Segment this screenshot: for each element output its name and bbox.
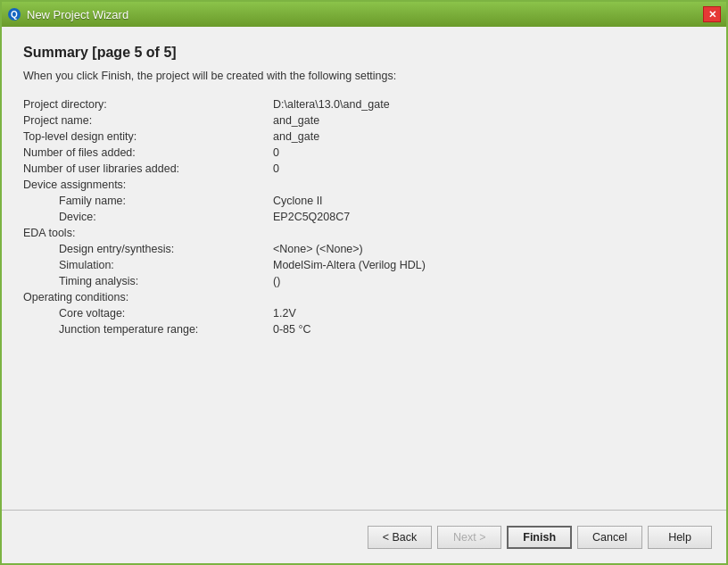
row-label: Core voltage:	[23, 307, 273, 320]
row-label: Project directory:	[23, 98, 273, 111]
row-value: and_gate	[273, 130, 319, 143]
row-label: Family name:	[23, 195, 273, 207]
app-icon: Q	[7, 7, 21, 21]
finish-button[interactable]: Finish	[507, 526, 572, 549]
summary-table: Project directory:D:\altera\13.0\and_gat…	[23, 96, 705, 501]
summary-row: Number of files added:0	[23, 145, 705, 161]
summary-row: Project name:and_gate	[23, 112, 705, 129]
summary-row: Project directory:D:\altera\13.0\and_gat…	[23, 96, 705, 112]
row-label: Junction temperature range:	[23, 323, 273, 336]
summary-row: Device:EP2C5Q208C7	[23, 209, 705, 225]
row-label: Design entry/synthesis:	[23, 243, 273, 255]
row-value: 0	[273, 162, 279, 175]
summary-row: Top-level design entity:and_gate	[23, 129, 705, 145]
row-label: Project name:	[23, 114, 273, 127]
row-label: Number of files added:	[23, 146, 273, 159]
row-label: Device assignments:	[23, 179, 273, 191]
window-title: New Project Wizard	[27, 8, 128, 21]
wizard-window: Q New Project Wizard ✕ Summary [page 5 o…	[0, 0, 728, 565]
summary-row: Simulation:ModelSim-Altera (Verilog HDL)	[23, 257, 705, 273]
row-value: ModelSim-Altera (Verilog HDL)	[273, 259, 426, 271]
row-value: EP2C5Q208C7	[273, 211, 350, 223]
row-label: Operating conditions:	[23, 291, 273, 303]
summary-row: Design entry/synthesis:<None> (<None>)	[23, 241, 705, 257]
intro-text: When you click Finish, the project will …	[23, 70, 705, 82]
back-button[interactable]: < Back	[368, 526, 433, 549]
row-value: and_gate	[273, 114, 319, 127]
row-label: Number of user libraries added:	[23, 162, 273, 175]
row-label: Timing analysis:	[23, 275, 273, 287]
cancel-button[interactable]: Cancel	[577, 526, 642, 549]
summary-row: Operating conditions:	[23, 289, 705, 305]
summary-row: Device assignments:	[23, 177, 705, 193]
titlebar-left: Q New Project Wizard	[7, 7, 128, 21]
summary-row: Timing analysis:()	[23, 273, 705, 289]
help-button[interactable]: Help	[648, 526, 712, 549]
row-value: D:\altera\13.0\and_gate	[273, 98, 390, 111]
row-value: <None> (<None>)	[273, 243, 363, 255]
summary-row: Family name:Cyclone II	[23, 193, 705, 209]
summary-row: Number of user libraries added:0	[23, 161, 705, 177]
titlebar: Q New Project Wizard ✕	[2, 2, 726, 27]
row-label: Simulation:	[23, 259, 273, 271]
svg-text:Q: Q	[11, 10, 18, 20]
row-value: ()	[273, 275, 280, 287]
row-value: Cyclone II	[273, 195, 323, 207]
row-value: 0-85 °C	[273, 323, 311, 336]
summary-row: Core voltage:1.2V	[23, 305, 705, 321]
footer: < Back Next > Finish Cancel Help	[2, 510, 726, 563]
summary-row: EDA tools:	[23, 225, 705, 241]
row-label: EDA tools:	[23, 227, 273, 239]
main-content: Summary [page 5 of 5] When you click Fin…	[2, 27, 726, 510]
row-label: Top-level design entity:	[23, 130, 273, 143]
row-value: 1.2V	[273, 307, 296, 320]
row-value: 0	[273, 146, 279, 159]
row-label: Device:	[23, 211, 273, 223]
close-button[interactable]: ✕	[703, 6, 721, 22]
summary-row: Junction temperature range:0-85 °C	[23, 321, 705, 337]
page-title: Summary [page 5 of 5]	[23, 45, 705, 61]
next-button: Next >	[437, 526, 501, 549]
